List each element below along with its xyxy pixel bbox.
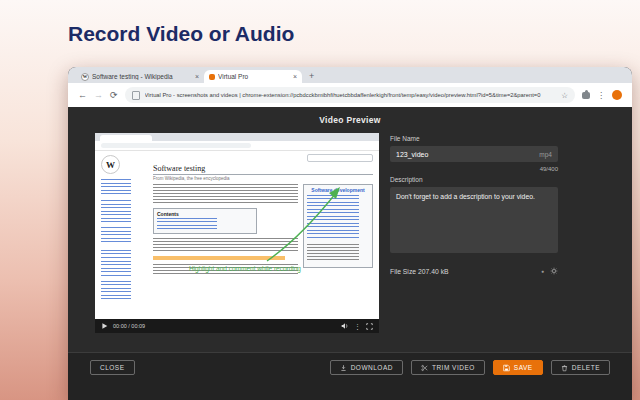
- url-text: Virtual Pro - screenshots and videos | c…: [145, 92, 557, 98]
- wikipedia-favicon: W: [81, 73, 89, 81]
- tab-close-icon[interactable]: ×: [293, 73, 297, 80]
- wikipedia-article: Software testing From Wikipedia, the fre…: [149, 151, 379, 319]
- extensions-icon[interactable]: [582, 92, 590, 99]
- status-dot-icon: ●: [541, 268, 544, 274]
- sidebar-links: [101, 250, 131, 276]
- sidebar-links: [101, 179, 131, 195]
- video-controls: 00:00 / 00:09 ⋮: [95, 319, 379, 333]
- tab-virtual-pro[interactable]: Virtual Pro ×: [204, 70, 302, 83]
- close-label: CLOSE: [100, 364, 125, 371]
- tab-strip: W Software testing - Wikipedia × Virtual…: [68, 67, 632, 83]
- fullscreen-icon[interactable]: [366, 323, 373, 330]
- scissors-icon: [421, 364, 428, 372]
- save-icon: [503, 364, 510, 372]
- delete-button[interactable]: DELETE: [551, 360, 610, 375]
- captured-address-bar: [95, 141, 379, 151]
- article-infobox: Software development: [303, 184, 373, 268]
- file-name-label: File Name: [390, 135, 558, 142]
- video-frame: W Software testing From Wikipedia, the f…: [95, 133, 379, 319]
- recording-highlight: [153, 256, 285, 260]
- download-button[interactable]: DOWNLOAD: [330, 360, 403, 375]
- sidebar-links: [101, 227, 131, 245]
- tab-label: Software testing - Wikipedia: [92, 73, 192, 80]
- address-bar: ← → ⟳ Virtual Pro - screenshots and vide…: [68, 83, 632, 107]
- wikipedia-sidebar: W: [95, 151, 149, 319]
- captured-tab-strip: [95, 133, 379, 141]
- browser-menu-icon[interactable]: ⋮: [597, 91, 605, 100]
- browser-window: W Software testing - Wikipedia × Virtual…: [68, 67, 632, 400]
- file-name-input[interactable]: 123_video mp4: [390, 146, 558, 162]
- new-tab-button[interactable]: +: [309, 71, 314, 83]
- tab-label: Virtual Pro: [218, 73, 290, 80]
- save-label: SAVE: [514, 364, 533, 371]
- details-panel: File Name 123_video mp4 49/400 Descripti…: [390, 135, 558, 275]
- trim-video-button[interactable]: TRIM VIDEO: [411, 360, 485, 375]
- page: Record Video or Audio W Software testing…: [0, 0, 640, 400]
- volume-icon[interactable]: [341, 322, 349, 330]
- description-input[interactable]: Don't forget to add a description to you…: [390, 187, 558, 253]
- download-icon: [340, 364, 347, 372]
- virtual-pro-favicon: [209, 74, 215, 80]
- trash-icon: [561, 364, 568, 372]
- reload-icon[interactable]: ⟳: [110, 91, 118, 100]
- save-button[interactable]: SAVE: [493, 360, 543, 375]
- tab-wikipedia[interactable]: W Software testing - Wikipedia ×: [76, 70, 204, 83]
- back-icon[interactable]: ←: [78, 91, 87, 100]
- sidebar-links: [101, 281, 131, 301]
- wikipedia-logo: W: [101, 155, 120, 174]
- captured-wikipedia-page: W Software testing From Wikipedia, the f…: [95, 151, 379, 319]
- infobox-title: Software development: [307, 187, 369, 193]
- video-settings-icon[interactable]: ⋮: [354, 323, 361, 330]
- contents-box: Contents: [153, 208, 257, 234]
- delete-label: DELETE: [572, 364, 600, 371]
- sidebar-links: [101, 200, 131, 222]
- article-text: Contents: [153, 184, 298, 278]
- forward-icon[interactable]: →: [94, 91, 103, 100]
- play-icon[interactable]: [101, 322, 108, 330]
- video-player[interactable]: W Software testing From Wikipedia, the f…: [95, 133, 379, 333]
- wikipedia-search-box: [307, 154, 373, 162]
- bookmark-star-icon[interactable]: ☆: [561, 91, 568, 100]
- contents-label: Contents: [157, 211, 253, 217]
- tab-close-icon[interactable]: ×: [195, 73, 199, 80]
- article-subtitle: From Wikipedia, the free encyclopedia: [153, 176, 373, 181]
- file-size-text: File Size 207.40 kB: [390, 268, 449, 275]
- site-icon: [132, 91, 140, 100]
- extension-page: Video Preview W: [68, 107, 632, 400]
- url-input[interactable]: Virtual Pro - screenshots and videos | c…: [125, 87, 575, 103]
- annotation-text: Highlight and comment while recording: [155, 265, 335, 272]
- video-time: 00:00 / 00:09: [113, 323, 145, 329]
- file-extension: mp4: [539, 151, 552, 158]
- file-name-value: 123_video: [396, 151, 539, 158]
- page-title: Record Video or Audio: [68, 22, 294, 46]
- trim-label: TRIM VIDEO: [432, 364, 475, 371]
- preview-heading: Video Preview: [68, 115, 632, 125]
- char-counter: 49/400: [390, 166, 558, 172]
- profile-avatar[interactable]: [612, 90, 622, 100]
- close-button[interactable]: CLOSE: [90, 360, 135, 375]
- description-label: Description: [390, 176, 558, 183]
- gear-icon[interactable]: [550, 267, 558, 275]
- action-bar: CLOSE DOWNLOAD TRIM VIDEO SAVE: [68, 352, 632, 400]
- download-label: DOWNLOAD: [351, 364, 393, 371]
- article-title: Software testing: [153, 164, 373, 175]
